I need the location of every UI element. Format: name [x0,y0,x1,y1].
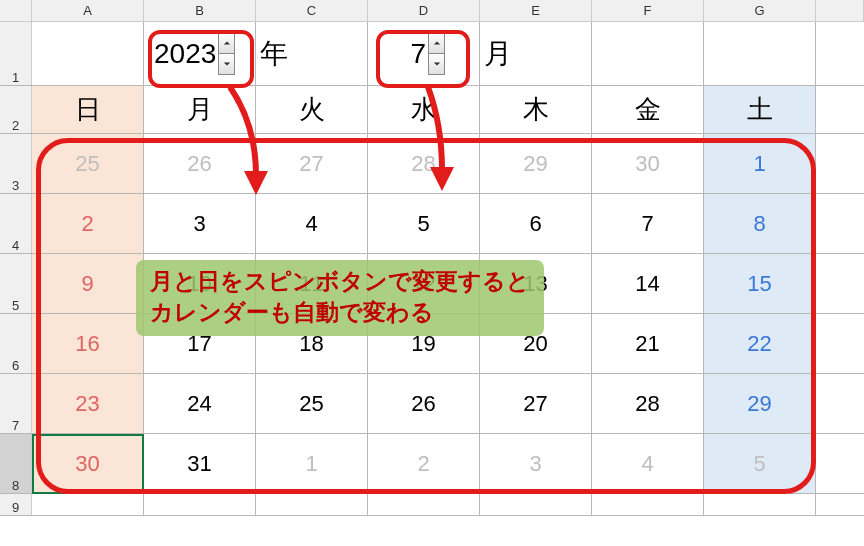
cell-D6[interactable]: 19 [368,314,480,373]
row-header-3[interactable]: 3 [0,134,32,193]
col-header-A[interactable]: A [32,0,144,21]
col-header-E[interactable]: E [480,0,592,21]
cell-D9[interactable] [368,494,480,515]
cell-E8[interactable]: 3 [480,434,592,493]
year-spin-down[interactable] [219,54,234,74]
cell-A8[interactable]: 30 [32,434,144,493]
cell-extra-3[interactable] [816,134,864,193]
dayhdr-sun[interactable]: 日 [32,86,144,133]
row-header-5[interactable]: 5 [0,254,32,313]
cell-B8[interactable]: 31 [144,434,256,493]
cell-extra-7[interactable] [816,374,864,433]
cell-D4[interactable]: 5 [368,194,480,253]
cell-G7[interactable]: 29 [704,374,816,433]
cell-C6[interactable]: 18 [256,314,368,373]
cell-F4[interactable]: 7 [592,194,704,253]
col-header-B[interactable]: B [144,0,256,21]
cell-A9[interactable] [32,494,144,515]
cell-D8[interactable]: 2 [368,434,480,493]
cell-E1[interactable]: 月 [480,22,592,85]
cell-C7[interactable]: 25 [256,374,368,433]
cell-A4[interactable]: 2 [32,194,144,253]
cell-G6[interactable]: 22 [704,314,816,373]
row-header-6[interactable]: 6 [0,314,32,373]
row-header-7[interactable]: 7 [0,374,32,433]
cell-B3[interactable]: 26 [144,134,256,193]
row-5: 59101112131415 [0,254,864,314]
cell-G1[interactable] [704,22,816,85]
cell-C9[interactable] [256,494,368,515]
col-header-C[interactable]: C [256,0,368,21]
cell-C1[interactable]: 年 [256,22,368,85]
cell-G3[interactable]: 1 [704,134,816,193]
cell-A3[interactable]: 25 [32,134,144,193]
row-header-2[interactable]: 2 [0,86,32,133]
dayhdr-tue[interactable]: 火 [256,86,368,133]
cell-E7[interactable]: 27 [480,374,592,433]
cell-F7[interactable]: 28 [592,374,704,433]
cell-extra-4[interactable] [816,194,864,253]
cell-F6[interactable]: 21 [592,314,704,373]
col-header-D[interactable]: D [368,0,480,21]
dayhdr-sat[interactable]: 土 [704,86,816,133]
dayhdr-fri[interactable]: 金 [592,86,704,133]
cell-B7[interactable]: 24 [144,374,256,433]
cell-F9[interactable] [592,494,704,515]
cell-B1[interactable]: 2023 [144,22,256,85]
row-header-9[interactable]: 9 [0,494,32,515]
cell-E4[interactable]: 6 [480,194,592,253]
cell-C5[interactable]: 11 [256,254,368,313]
cell-F5[interactable]: 14 [592,254,704,313]
cell-D5[interactable]: 12 [368,254,480,313]
col-header-G[interactable]: G [704,0,816,21]
cell-B6[interactable]: 17 [144,314,256,373]
cell-B4[interactable]: 3 [144,194,256,253]
cell-D3[interactable]: 28 [368,134,480,193]
cell-E5[interactable]: 13 [480,254,592,313]
cell-B5[interactable]: 10 [144,254,256,313]
cell-D7[interactable]: 26 [368,374,480,433]
cell-extra-6[interactable] [816,314,864,373]
calendar-day: 3 [529,451,541,477]
month-spin-up[interactable] [429,34,444,54]
month-spinner [428,33,445,75]
calendar-day: 19 [411,331,435,357]
cell-A5[interactable]: 9 [32,254,144,313]
month-spin-down[interactable] [429,54,444,74]
spreadsheet: A B C D E F G 1 2023 年 [0,0,864,516]
dayhdr-thu[interactable]: 木 [480,86,592,133]
cell-F8[interactable]: 4 [592,434,704,493]
cell-G4[interactable]: 8 [704,194,816,253]
cell-extra-2[interactable] [816,86,864,133]
cell-G5[interactable]: 15 [704,254,816,313]
cell-G8[interactable]: 5 [704,434,816,493]
row-header-8[interactable]: 8 [0,434,32,493]
cell-A6[interactable]: 16 [32,314,144,373]
cell-extra-9[interactable] [816,494,864,515]
cell-C4[interactable]: 4 [256,194,368,253]
cell-G9[interactable] [704,494,816,515]
dayhdr-wed[interactable]: 水 [368,86,480,133]
cell-F1[interactable] [592,22,704,85]
cell-extra-5[interactable] [816,254,864,313]
cell-C8[interactable]: 1 [256,434,368,493]
cell-extra-1[interactable] [816,22,864,85]
cell-E3[interactable]: 29 [480,134,592,193]
cell-extra-8[interactable] [816,434,864,493]
row-header-1[interactable]: 1 [0,22,32,85]
select-all-corner[interactable] [0,0,32,21]
col-header-F[interactable]: F [592,0,704,21]
cell-D1[interactable]: 7 [368,22,480,85]
year-spin-up[interactable] [219,34,234,54]
cell-B9[interactable] [144,494,256,515]
cell-A1[interactable] [32,22,144,85]
cell-E6[interactable]: 20 [480,314,592,373]
cell-E9[interactable] [480,494,592,515]
cell-A7[interactable]: 23 [32,374,144,433]
cell-F3[interactable]: 30 [592,134,704,193]
cell-C3[interactable]: 27 [256,134,368,193]
dayhdr-mon[interactable]: 月 [144,86,256,133]
row-4: 42345678 [0,194,864,254]
col-header-extra[interactable] [816,0,864,21]
row-header-4[interactable]: 4 [0,194,32,253]
